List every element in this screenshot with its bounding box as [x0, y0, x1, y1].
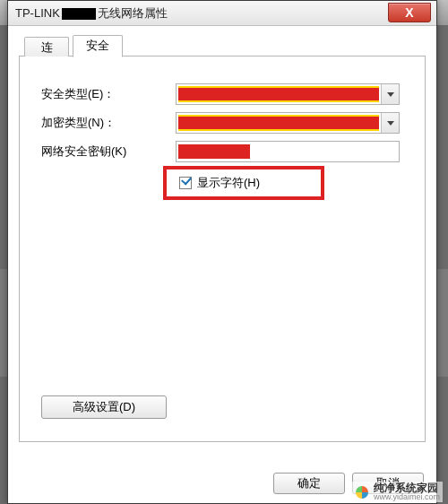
security-key-input[interactable]	[176, 141, 400, 162]
tab-panel-security: 安全类型(E)： 加密类型(N)： 网络安全密钥(K)	[19, 56, 426, 442]
redacted-value	[178, 115, 379, 131]
watermark-url: www.yidaimei.com	[374, 493, 440, 501]
ok-button[interactable]: 确定	[273, 473, 345, 494]
close-icon: X	[405, 5, 413, 20]
highlight-show-characters: 显示字符(H)	[163, 166, 324, 200]
redacted-value	[178, 144, 250, 159]
label-encryption-type: 加密类型(N)：	[41, 115, 176, 131]
window-title: TP-LINK无线网络属性	[15, 5, 168, 22]
label-security-key: 网络安全密钥(K)	[41, 143, 176, 160]
tab-security[interactable]: 安全	[73, 35, 123, 57]
encryption-type-combo[interactable]	[176, 112, 400, 134]
watermark-logo-icon	[354, 484, 370, 500]
content-area: 连接 安全 安全类型(E)： 加密类型(N)： 网络安全密钥(K)	[8, 26, 436, 503]
chevron-down-icon[interactable]	[381, 84, 399, 104]
advanced-settings-button[interactable]: 高级设置(D)	[41, 395, 167, 419]
security-type-combo[interactable]	[176, 83, 400, 105]
show-characters-checkbox[interactable]	[179, 177, 192, 189]
tab-strip: 连接 安全	[19, 35, 426, 56]
tab-connect[interactable]: 连接	[24, 37, 69, 57]
show-characters-label: 显示字符(H)	[197, 175, 260, 191]
dialog-window: TP-LINK无线网络属性 X 连接 安全 安全类型(E)： 加密类型(N)：	[7, 0, 437, 504]
close-button[interactable]: X	[388, 3, 431, 22]
label-security-type: 安全类型(E)：	[41, 86, 176, 102]
redacted-value	[178, 86, 379, 102]
redacted-ssid	[62, 8, 96, 20]
row-encryption-type: 加密类型(N)：	[41, 112, 400, 134]
chevron-down-icon[interactable]	[381, 113, 399, 133]
watermark: 纯净系统家园 www.yidaimei.com	[351, 482, 443, 502]
row-security-type: 安全类型(E)：	[41, 83, 400, 105]
row-security-key: 网络安全密钥(K)	[41, 141, 400, 162]
titlebar: TP-LINK无线网络属性 X	[8, 1, 436, 26]
